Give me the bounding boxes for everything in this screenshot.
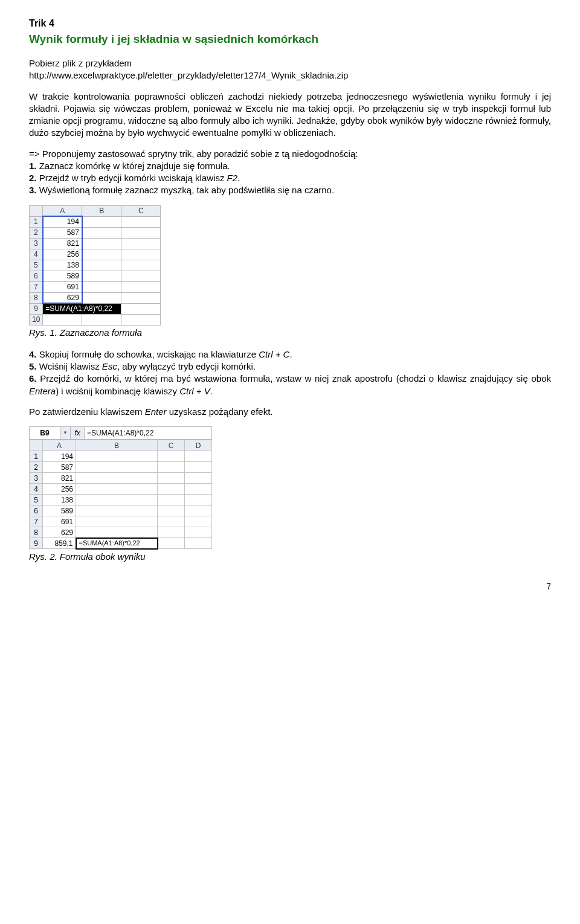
col-header: C	[121, 205, 161, 216]
step-key: Entera	[29, 386, 56, 396]
screenshot-2: B9 ▼ fx =SUMA(A1:A8)*0,22 A B C D 1194 2…	[29, 426, 212, 550]
page-number: 7	[29, 581, 551, 592]
cell	[76, 516, 158, 527]
col-header: A	[43, 205, 82, 216]
cell	[158, 462, 185, 473]
formula-bar-text: =SUMA(A1:A8)*0,22	[85, 427, 211, 439]
selected-cell: =SUMA(A1:A8)*0,22	[76, 538, 158, 549]
cell	[76, 505, 158, 516]
download-url: http://www.excelwpraktyce.pl/eletter_prz…	[29, 69, 551, 82]
row-header: 2	[30, 462, 43, 473]
cell	[121, 314, 161, 325]
step-key: F2	[227, 173, 238, 183]
page-title: Wynik formuły i jej składnia w sąsiednic…	[29, 31, 551, 47]
row-header: 3	[30, 473, 43, 484]
step-num: 1.	[29, 161, 37, 171]
spreadsheet-1: A B C 1194 2587 3821 4256 5138 6589 7691…	[29, 205, 161, 326]
step-key: Ctrl + V	[179, 386, 210, 396]
step-text: Zaznacz komórkę w której znajduje się fo…	[37, 161, 230, 171]
row-header: 1	[30, 451, 43, 462]
step-num: 6.	[29, 373, 37, 383]
download-block: Pobierz plik z przykładem http://www.exc…	[29, 57, 551, 82]
formula-bar: B9 ▼ fx =SUMA(A1:A8)*0,22	[29, 426, 212, 440]
formula-highlight: =SUMA(A1:A8)*0,22	[43, 303, 121, 314]
caption-2: Rys. 2. Formuła obok wyniku	[29, 551, 551, 563]
row-header: 8	[30, 527, 43, 538]
cell	[82, 292, 121, 303]
row-header: 4	[30, 249, 43, 260]
cell	[121, 303, 161, 314]
step-key: Esc	[102, 361, 117, 371]
col-header: B	[82, 205, 121, 216]
cell	[185, 516, 212, 527]
cell	[158, 451, 185, 462]
cell	[185, 462, 212, 473]
cell: 589	[43, 505, 76, 516]
cell	[82, 271, 121, 281]
step-text: Wciśnij klawisz	[37, 361, 102, 371]
row-header: 9	[30, 538, 43, 549]
cell: 587	[43, 462, 76, 473]
cell	[121, 281, 161, 292]
cell: 859,1	[43, 538, 76, 549]
step-text: Przejdź w tryb edycji komórki wciskają k…	[37, 173, 227, 183]
cell	[158, 527, 185, 538]
cell	[158, 516, 185, 527]
steps-block-a: => Proponujemy zastosować sprytny trik, …	[29, 148, 551, 197]
step-6: 6. Przejdź do komórki, w której ma być w…	[29, 373, 551, 397]
row-header: 8	[30, 292, 43, 303]
step-end: .	[237, 173, 240, 183]
cell: 821	[43, 238, 82, 249]
screenshot-1: A B C 1194 2587 3821 4256 5138 6589 7691…	[29, 205, 551, 326]
row-header: 5	[30, 495, 43, 505]
para-text: Po zatwierdzeniu klawiszem	[29, 406, 145, 417]
step-end: .	[210, 386, 213, 396]
spreadsheet-2: A B C D 1194 2587 3821 4256 5138 6589 76…	[29, 440, 212, 550]
fx-icon: fx	[71, 427, 85, 439]
row-header: 7	[30, 281, 43, 292]
caption-1: Rys. 1. Zaznaczona formuła	[29, 327, 551, 339]
cell	[185, 495, 212, 505]
step-num: 2.	[29, 173, 37, 183]
step-4: 4. Skopiuj formułę do schowka, wciskając…	[29, 348, 551, 361]
cell	[121, 292, 161, 303]
namebox-dropdown-icon: ▼	[60, 427, 71, 439]
download-label: Pobierz plik z przykładem	[29, 57, 551, 69]
cell	[76, 451, 158, 462]
cell	[185, 527, 212, 538]
cell	[121, 238, 161, 249]
step-num: 5.	[29, 361, 37, 371]
row-header: 9	[30, 303, 43, 314]
step-end: .	[289, 349, 292, 359]
cell	[43, 314, 82, 325]
row-header: 6	[30, 271, 43, 281]
row-header: 7	[30, 516, 43, 527]
cell	[82, 216, 121, 227]
step-2: 2. Przejdź w tryb edycji komórki wciskaj…	[29, 172, 551, 184]
cell: 138	[43, 260, 82, 271]
row-header: 2	[30, 227, 43, 238]
cell	[76, 495, 158, 505]
cell: 821	[43, 473, 76, 484]
cell	[82, 281, 121, 292]
cell	[76, 462, 158, 473]
row-header: 1	[30, 216, 43, 227]
row-header: 4	[30, 484, 43, 495]
cell	[82, 249, 121, 260]
cell	[82, 260, 121, 271]
cell	[185, 505, 212, 516]
cell	[185, 451, 212, 462]
cell: 629	[43, 527, 76, 538]
cell	[82, 238, 121, 249]
col-header: C	[158, 440, 185, 451]
cell: 691	[43, 281, 82, 292]
cell: 194	[43, 216, 82, 227]
paragraph-after: Po zatwierdzeniu klawiszem Enter uzyskas…	[29, 406, 551, 418]
cell: 587	[43, 227, 82, 238]
step-end: , aby wyłączyć tryb edycji komórki.	[117, 361, 256, 371]
cell	[121, 216, 161, 227]
trik-label: Trik 4	[29, 17, 551, 30]
name-box: B9	[30, 427, 60, 439]
step-5: 5. Wciśnij klawisz Esc, aby wyłączyć try…	[29, 361, 551, 373]
cell: 629	[43, 292, 82, 303]
